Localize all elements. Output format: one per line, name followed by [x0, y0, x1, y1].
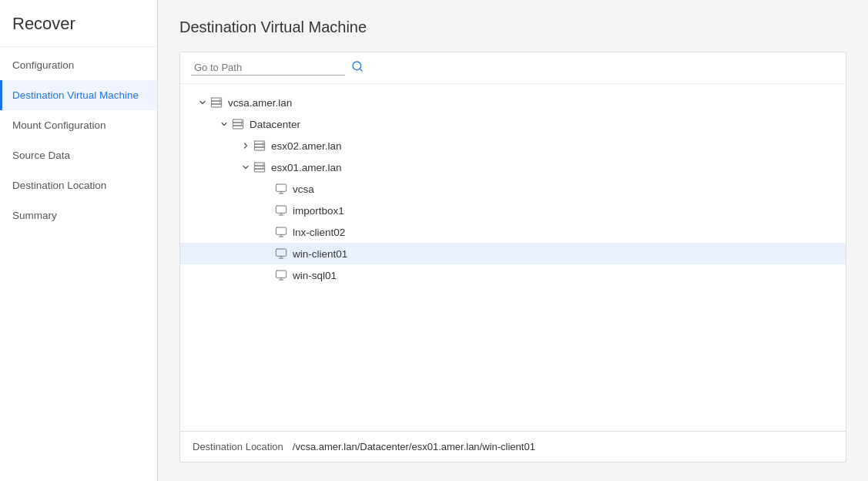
node-label-esx01-amer-lan: esx01.amer.lan: [271, 162, 342, 173]
chevron-win-client01: [260, 247, 274, 261]
node-icon-datacenter: [231, 117, 245, 131]
svg-point-20: [263, 163, 263, 164]
svg-point-5: [220, 99, 220, 99]
node-label-esx02-amer-lan: esx02.amer.lan: [271, 140, 342, 152]
tree-node-datacenter[interactable]: Datacenter: [180, 113, 846, 135]
chevron-vcsa: [260, 182, 274, 196]
tree-node-vcsa-amer-lan[interactable]: vcsa.amer.lan: [180, 92, 846, 113]
tree-node-esx01-amer-lan[interactable]: esx01.amer.lan: [180, 156, 846, 178]
node-label-vcsa-amer-lan: vcsa.amer.lan: [228, 97, 292, 109]
sidebar-item-destination-location[interactable]: Destination Location: [0, 170, 157, 200]
svg-rect-31: [276, 249, 286, 256]
node-icon-vcsa: [274, 182, 288, 196]
sidebar-item-summary[interactable]: Summary: [0, 200, 157, 230]
search-input[interactable]: [191, 60, 345, 76]
main-content: Destination Virtual Machine vcsa.amer.la…: [158, 0, 868, 481]
svg-rect-14: [254, 147, 264, 150]
chevron-esx01-amer-lan[interactable]: [239, 160, 253, 174]
svg-rect-34: [276, 271, 286, 278]
svg-point-10: [241, 120, 242, 121]
svg-point-15: [263, 142, 263, 143]
sidebar-item-source-data[interactable]: Source Data: [0, 140, 157, 170]
svg-rect-22: [276, 184, 286, 191]
svg-point-16: [263, 145, 263, 146]
node-icon-win-client01: [274, 247, 288, 261]
node-icon-importbox1: [274, 204, 288, 217]
svg-rect-9: [233, 126, 243, 129]
app-title: Recover: [0, 0, 157, 47]
tree-search-row: [180, 52, 846, 84]
tree-node-esx02-amer-lan[interactable]: esx02.amer.lan: [180, 135, 846, 156]
svg-rect-4: [211, 104, 221, 107]
svg-rect-19: [254, 169, 264, 172]
tree-node-importbox1[interactable]: importbox1: [180, 200, 846, 221]
search-icon[interactable]: [351, 60, 364, 76]
destination-location-label: Destination Location: [193, 441, 283, 452]
node-label-importbox1: importbox1: [293, 205, 344, 217]
tree-panel: vcsa.amer.lanDatacenteresx02.amer.lanesx…: [179, 52, 846, 462]
tree-node-win-sql01[interactable]: win-sql01: [180, 264, 846, 286]
svg-point-21: [263, 166, 263, 167]
tree-content: vcsa.amer.lanDatacenteresx02.amer.lanesx…: [180, 84, 846, 431]
tree-node-win-client01[interactable]: win-client01: [180, 243, 846, 264]
page-title: Destination Virtual Machine: [179, 18, 846, 36]
destination-location-value: /vcsa.amer.lan/Datacenter/esx01.amer.lan…: [293, 441, 535, 452]
node-label-vcsa: vcsa: [293, 183, 314, 195]
node-label-datacenter: Datacenter: [250, 119, 300, 130]
sidebar-item-configuration[interactable]: Configuration: [0, 50, 157, 80]
sidebar-item-mount-config[interactable]: Mount Configuration: [0, 110, 157, 140]
chevron-vcsa-amer-lan[interactable]: [196, 96, 209, 109]
node-icon-esx01-amer-lan: [253, 160, 266, 174]
node-icon-vcsa-amer-lan: [209, 96, 223, 109]
node-icon-win-sql01: [274, 268, 288, 282]
chevron-datacenter[interactable]: [217, 117, 231, 131]
tree-node-lnx-client02[interactable]: lnx-client02: [180, 221, 846, 243]
svg-point-6: [220, 102, 220, 103]
sidebar-item-destination-vm[interactable]: Destination Virtual Machine: [0, 80, 157, 110]
node-label-win-client01: win-client01: [293, 248, 347, 260]
chevron-importbox1: [260, 204, 274, 217]
node-label-win-sql01: win-sql01: [293, 270, 337, 281]
node-label-lnx-client02: lnx-client02: [293, 227, 345, 238]
svg-line-1: [360, 69, 362, 71]
svg-rect-28: [276, 227, 286, 234]
destination-location-bar: Destination Location /vcsa.amer.lan/Data…: [180, 431, 846, 462]
chevron-win-sql01: [260, 268, 274, 282]
chevron-esx02-amer-lan[interactable]: [239, 139, 253, 153]
node-icon-lnx-client02: [274, 225, 288, 239]
sidebar: Recover ConfigurationDestination Virtual…: [0, 0, 158, 481]
node-icon-esx02-amer-lan: [253, 139, 266, 153]
sidebar-nav: ConfigurationDestination Virtual Machine…: [0, 47, 157, 230]
chevron-lnx-client02: [260, 225, 274, 239]
svg-rect-25: [276, 206, 286, 213]
svg-point-11: [241, 123, 242, 124]
tree-node-vcsa[interactable]: vcsa: [180, 178, 846, 200]
